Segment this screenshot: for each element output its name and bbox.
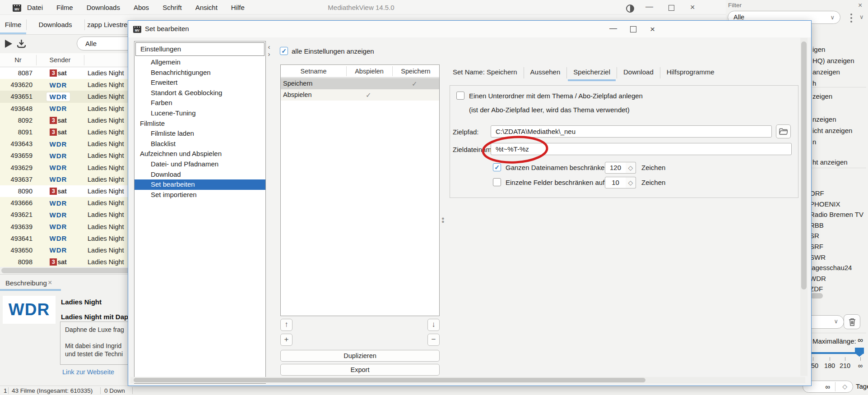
close-icon[interactable]: × xyxy=(48,279,52,287)
scrollbar-thumb[interactable] xyxy=(134,378,645,382)
menu-item-abos[interactable]: Abos xyxy=(134,4,149,11)
sender-list-item[interactable]: RBB xyxy=(810,221,824,229)
tree-item-lucene-tuning[interactable]: Lucene-Tuning xyxy=(135,108,265,119)
tree-root-einstellungen[interactable]: Einstellungen xyxy=(135,42,265,56)
splitter-handle[interactable]: ●● xyxy=(441,217,445,223)
detail-tab-aussehen[interactable]: Aussehen xyxy=(524,64,567,81)
cell-nr: 493637 xyxy=(0,176,32,183)
tree-item-standort-geoblocking[interactable]: Standort & Geoblocking xyxy=(135,88,265,98)
play-icon[interactable] xyxy=(4,39,14,49)
chevron-down-icon[interactable]: ∨ xyxy=(859,14,864,20)
column-header-speichern[interactable]: Speichern xyxy=(392,65,439,78)
filter-option-text: ht anzeigen xyxy=(812,158,848,166)
tree-item-filmliste[interactable]: Filmliste xyxy=(135,119,265,129)
set-name: Speichern xyxy=(283,78,312,89)
set-table-row[interactable]: Speichern✓ xyxy=(281,78,439,89)
sender-list-item[interactable]: WDR xyxy=(810,275,826,282)
stepper-icon[interactable]: ◇ xyxy=(626,177,636,188)
column-header-setname[interactable]: Setname xyxy=(281,65,346,78)
sender-list-item[interactable]: ORF xyxy=(810,189,824,197)
cell-titel: Ladies Night xyxy=(84,164,124,171)
sender-list-item[interactable]: ZDF xyxy=(810,285,823,293)
cell-titel: Ladies Night xyxy=(84,176,124,183)
set-table-header[interactable]: Setname Abspielen Speichern xyxy=(281,65,439,78)
set-table-row[interactable]: Abspielen✓ xyxy=(281,89,439,101)
sender-list-item[interactable]: PHOENIX xyxy=(810,200,840,208)
theme-toggle-icon[interactable] xyxy=(626,4,635,13)
filter-close-icon[interactable]: × xyxy=(858,1,862,9)
cell-sender: WDR xyxy=(32,234,84,242)
menu-item-datei[interactable]: Datei xyxy=(27,4,43,11)
tree-item-benachrichtigungen[interactable]: Benachrichtigungen xyxy=(135,68,265,78)
tab-beschreibung[interactable]: Beschreibung xyxy=(5,279,47,287)
menu-item-filme[interactable]: Filme xyxy=(56,4,73,11)
duplicate-button[interactable]: Duplizieren xyxy=(280,350,440,362)
stepper-icon[interactable]: ◇ xyxy=(842,383,847,390)
main-tab-zapp[interactable]: zapp Livestrea xyxy=(84,15,134,34)
menu-item-downloads[interactable]: Downloads xyxy=(87,4,120,11)
tree-item-farben[interactable]: Farben xyxy=(135,98,265,108)
limit-total-label: Ganzen Dateinamen beschränken auf: xyxy=(506,164,622,171)
tree-item-aufzeichnen-und-abspielen[interactable]: Aufzeichnen und Abspielen xyxy=(135,149,265,159)
detail-tab-hilfsprogramme[interactable]: Hilfsprogramme xyxy=(660,64,721,81)
remove-set-button[interactable]: − xyxy=(427,334,440,346)
limit-total-checkbox[interactable]: ✓ xyxy=(493,163,501,171)
main-tab-downloads[interactable]: Downloads xyxy=(26,15,84,34)
column-header-sender[interactable]: Sender xyxy=(36,53,84,67)
sender-list-item[interactable]: SRF xyxy=(810,243,823,250)
sender-list-item[interactable]: tagesschau24 xyxy=(810,264,852,271)
column-header-abspielen[interactable]: Abspielen xyxy=(346,65,392,78)
window-maximize-button[interactable] xyxy=(668,5,674,11)
website-link[interactable]: Link zur Webseite xyxy=(62,368,114,376)
tree-item-download[interactable]: Download xyxy=(135,170,265,180)
stepper-icon[interactable]: ◇ xyxy=(626,162,636,174)
menu-item-hilfe[interactable]: Hilfe xyxy=(231,4,245,11)
tree-item-set-importieren[interactable]: Set importieren xyxy=(135,190,265,200)
filter-option-text: HQ) anzeigen xyxy=(812,57,854,64)
export-button[interactable]: Export xyxy=(280,364,440,376)
limit-total-value[interactable]: 120 xyxy=(605,162,626,174)
tree-item-erweitert[interactable]: Erweitert xyxy=(135,78,265,88)
sender-list-hscrollbar[interactable] xyxy=(810,293,823,299)
tree-item-datei-und-pfadnamen[interactable]: Datei- und Pfadnamen xyxy=(135,159,265,170)
window-close-button[interactable]: × xyxy=(690,3,695,12)
sender-list-item[interactable]: Radio Bremen TV xyxy=(810,211,863,218)
sender-logo-wdr: WDR xyxy=(50,223,67,230)
browse-folder-button[interactable] xyxy=(776,124,791,138)
menu-item-schrift[interactable]: Schrift xyxy=(162,4,182,11)
status-page: 1 xyxy=(4,387,7,394)
splitter-collapse-icons[interactable]: ‹› xyxy=(267,43,271,58)
menu-item-ansicht[interactable]: Ansicht xyxy=(195,4,218,11)
dialog-close-button[interactable]: × xyxy=(650,24,655,34)
dialog-vscrollbar[interactable] xyxy=(800,38,808,376)
tree-item-set-bearbeiten[interactable]: Set bearbeiten xyxy=(135,179,265,190)
detail-tab-speicherziel[interactable]: Speicherziel xyxy=(567,64,617,81)
delete-filter-button[interactable] xyxy=(844,314,860,329)
detail-tab-set-name-speichern[interactable]: Set Name: Speichern xyxy=(446,64,524,81)
tree-item-blacklist[interactable]: Blacklist xyxy=(135,139,265,149)
sender-list-item[interactable]: SWR xyxy=(810,253,826,261)
column-header-nr[interactable]: Nr xyxy=(0,53,36,67)
dialog-hscrollbar[interactable] xyxy=(130,377,805,383)
dialog-minimize-button[interactable]: — xyxy=(609,24,617,33)
dialog-maximize-button[interactable] xyxy=(630,26,636,32)
add-set-button[interactable]: + xyxy=(280,334,292,346)
window-minimize-button[interactable]: — xyxy=(645,2,653,11)
show-all-settings-checkbox[interactable]: ✓ xyxy=(280,47,288,55)
limit-field-value[interactable]: 10 xyxy=(605,177,626,188)
cell-nr: 493651 xyxy=(0,93,32,100)
kebab-menu-icon[interactable] xyxy=(850,14,852,24)
scrollbar-thumb[interactable] xyxy=(801,41,807,289)
detail-tab-download[interactable]: Download xyxy=(617,64,660,81)
main-tab-filme[interactable]: Filme xyxy=(0,15,26,34)
maxlen-slider-thumb[interactable] xyxy=(855,348,864,353)
tree-item-allgemein[interactable]: Allgemein xyxy=(135,57,265,68)
download-icon[interactable] xyxy=(16,39,27,49)
limit-total-unit: Zeichen xyxy=(641,164,665,171)
move-up-button[interactable]: ↑ xyxy=(280,319,292,331)
move-down-button[interactable]: ↓ xyxy=(427,319,440,331)
tree-item-filmliste-laden[interactable]: Filmliste laden xyxy=(135,129,265,139)
dialog-title-bar[interactable]: MV Set bearbeiten — × xyxy=(128,21,811,37)
limit-field-checkbox[interactable] xyxy=(493,178,501,186)
subfolder-checkbox[interactable] xyxy=(456,92,464,100)
